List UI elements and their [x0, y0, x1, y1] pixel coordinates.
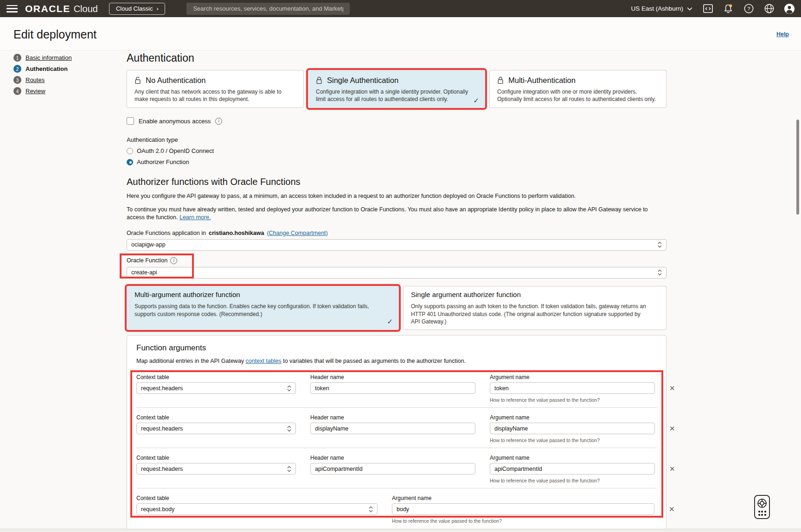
radio-circle[interactable]: [127, 148, 133, 154]
card-title: No Authentication: [146, 76, 205, 85]
function-arguments-title: Function arguments: [136, 343, 657, 353]
argument-row: Context table request.headers Header nam…: [136, 374, 657, 408]
chevron-down-icon: [687, 7, 692, 11]
header-name-input[interactable]: [310, 423, 475, 434]
context-table-select[interactable]: request.headers: [136, 463, 296, 475]
search-input[interactable]: [186, 3, 350, 15]
no-authentication-card[interactable]: No Authentication Any client that has ne…: [127, 70, 304, 108]
region-selector[interactable]: US East (Ashburn): [631, 5, 692, 12]
argument-name-input[interactable]: [392, 503, 654, 515]
argument-helper-text: How to reference the value passed to the…: [490, 478, 655, 483]
select-chevrons-icon: [369, 506, 373, 513]
authorizer-section-title: Authorizer functions with Oracle Functio…: [127, 177, 666, 187]
change-compartment-link[interactable]: (Change Compartment): [267, 230, 327, 236]
svg-text:?: ?: [747, 6, 750, 12]
region-label: US East (Ashburn): [631, 5, 683, 12]
notifications-bell-icon[interactable]: [723, 4, 733, 14]
cloud-classic-button[interactable]: Cloud Classic ›: [109, 3, 165, 15]
step-review[interactable]: 4 Review: [13, 87, 72, 95]
remove-argument-button[interactable]: ✕: [669, 425, 675, 432]
learn-more-link[interactable]: Learn more.: [179, 214, 211, 221]
card-description: Only supports passing an auth token to t…: [411, 303, 659, 326]
step-routes[interactable]: 3 Routes: [13, 76, 72, 84]
remove-argument-button[interactable]: ✕: [669, 385, 675, 392]
select-chevrons-icon: [658, 269, 662, 276]
multi-argument-card[interactable]: Multi-argument authorizer function Suppo…: [127, 286, 399, 330]
info-icon[interactable]: i: [215, 118, 222, 125]
step-label: Basic information: [26, 54, 72, 61]
argument-name-input[interactable]: [490, 382, 655, 394]
context-table-select[interactable]: request.body: [136, 503, 378, 515]
functions-application-select[interactable]: ociapigw-app: [127, 239, 666, 251]
radio-authorizer-function[interactable]: Authorizer Function: [127, 158, 666, 165]
info-icon[interactable]: i: [170, 257, 177, 264]
context-tables-link[interactable]: context tables: [246, 358, 282, 364]
context-table-value: request.headers: [141, 425, 287, 432]
selected-check-icon: ✓: [387, 317, 393, 326]
globe-language-icon[interactable]: [764, 4, 774, 14]
authorizer-paragraph-2: To continue you must have already writte…: [127, 206, 666, 222]
oracle-function-label-row: Oracle Function i: [127, 257, 666, 264]
page-title: Edit deployment: [13, 28, 96, 41]
support-assistant-widget[interactable]: [754, 495, 770, 519]
context-table-label: Context table: [136, 495, 378, 501]
functions-application-label-row: Oracle Functions application in cristian…: [127, 230, 666, 236]
anonymous-access-row: Enable anonymous access i: [127, 117, 666, 125]
multi-authentication-card[interactable]: Multi-Authentication Configure integrati…: [489, 70, 666, 108]
header-name-label: Header name: [310, 455, 475, 461]
argument-name-input[interactable]: [490, 463, 655, 475]
remove-argument-button[interactable]: ✕: [669, 465, 675, 472]
argument-name-label: Argument name: [490, 455, 655, 461]
page-header: Edit deployment Help: [0, 17, 801, 51]
step-label: Authentication: [26, 65, 68, 72]
card-description: Configure integration with a single iden…: [316, 88, 477, 103]
remove-argument-button[interactable]: ✕: [669, 506, 675, 513]
card-title: Single argument authorizer function: [411, 291, 659, 298]
help-icon[interactable]: ?: [743, 4, 754, 14]
context-table-select[interactable]: request.headers: [136, 423, 296, 434]
argument-row: Context table request.headers Header nam…: [136, 448, 657, 488]
radio-oauth[interactable]: OAuth 2.0 / OpenID Connect: [127, 147, 666, 154]
function-arguments-card: Function arguments Map additional entrie…: [127, 335, 666, 532]
argument-row-body: Context table request.body Argument name…: [136, 488, 657, 524]
selected-check-icon: ✓: [473, 96, 479, 105]
cloud-wordmark: Cloud: [74, 4, 98, 14]
step-authentication[interactable]: 2 Authentication: [13, 65, 72, 73]
oracle-function-select[interactable]: create-api: [127, 267, 666, 279]
card-title: Multi-Authentication: [508, 76, 576, 85]
argument-row: Context table request.headers Header nam…: [136, 408, 657, 448]
argument-name-input[interactable]: [490, 423, 655, 434]
argument-helper-text: How to reference the value passed to the…: [490, 397, 655, 403]
developer-tools-icon[interactable]: [703, 4, 713, 14]
argument-helper-text: How to reference the value passed to the…: [392, 518, 654, 524]
step-number: 1: [13, 54, 21, 62]
context-table-label: Context table: [136, 414, 296, 421]
bottom-divider: [0, 529, 801, 532]
help-link[interactable]: Help: [776, 31, 789, 38]
header-name-label: Header name: [310, 414, 475, 421]
single-authentication-card[interactable]: Single Authentication Configure integrat…: [308, 70, 485, 108]
argument-name-label: Argument name: [392, 495, 654, 501]
vertical-scrollbar[interactable]: [796, 120, 799, 215]
argument-rows: Context table request.headers Header nam…: [136, 374, 657, 526]
single-argument-card[interactable]: Single argument authorizer function Only…: [403, 286, 666, 330]
user-avatar-icon[interactable]: [784, 4, 795, 14]
radio-circle-selected[interactable]: [127, 159, 133, 165]
main-content: Authentication No Authentication Any cli…: [127, 51, 666, 532]
lifebuoy-icon: [757, 498, 767, 508]
card-description: Configure integration with one or more i…: [497, 88, 659, 103]
cloud-classic-label: Cloud Classic: [116, 5, 153, 12]
oracle-function-value: create-api: [131, 269, 658, 276]
header-name-input[interactable]: [310, 382, 475, 394]
authorizer-paragraph-1: Here you configure the API gateway to pa…: [127, 192, 666, 201]
hamburger-menu-icon[interactable]: [6, 5, 18, 13]
context-table-select[interactable]: request.headers: [136, 382, 296, 394]
step-basic-information[interactable]: 1 Basic information: [13, 54, 72, 62]
anonymous-access-checkbox[interactable]: [127, 117, 134, 125]
oracle-cloud-logo[interactable]: ORACLE Cloud: [25, 3, 98, 14]
context-table-value: request.headers: [141, 385, 287, 392]
authentication-section-title: Authentication: [127, 52, 666, 64]
header-name-input[interactable]: [310, 463, 475, 475]
functions-application-value: ociapigw-app: [131, 241, 658, 248]
card-description: Supports passing data to the function. E…: [135, 303, 391, 318]
